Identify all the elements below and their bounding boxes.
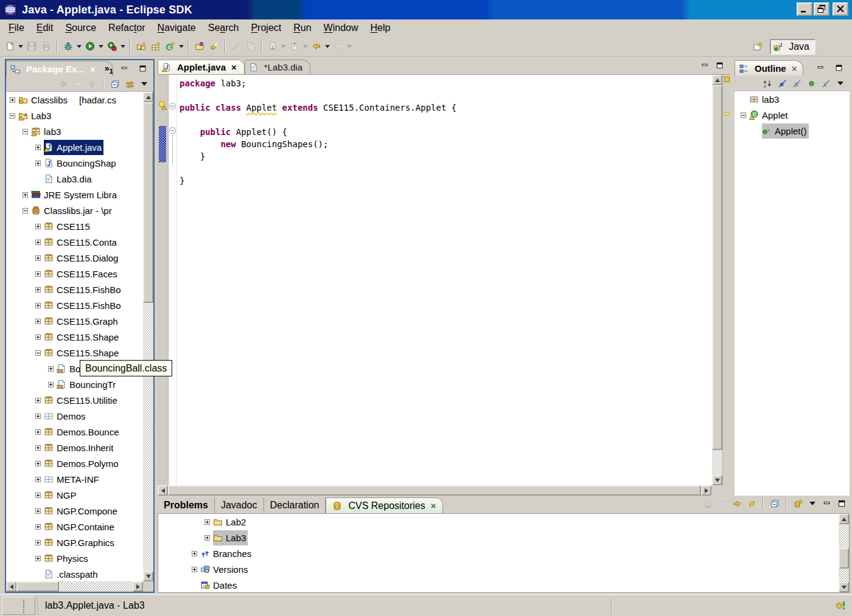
run-external-button[interactable] — [105, 39, 119, 54]
back-button[interactable] — [56, 78, 69, 90]
dropdown-arrow-icon[interactable] — [302, 39, 309, 54]
code-line[interactable]: public class Applet extends CSE115.Conta… — [180, 102, 712, 114]
tree-item[interactable]: 010BouncingTr — [6, 376, 143, 392]
tree-item[interactable]: Dates — [158, 577, 839, 592]
pencil-button[interactable] — [229, 39, 243, 54]
hide-local-button[interactable]: L — [819, 77, 833, 89]
tree-item[interactable]: Classlibs.jar - \pr — [6, 202, 143, 218]
dropdown-arrow-icon[interactable] — [119, 39, 127, 54]
print-button[interactable] — [39, 39, 54, 54]
expander-icon[interactable] — [35, 271, 41, 277]
tab-javadoc[interactable]: Javadoc — [215, 497, 264, 513]
expander-icon[interactable] — [35, 493, 41, 498]
link-editor-button[interactable] — [123, 78, 136, 90]
minimize-view-icon[interactable] — [814, 62, 828, 74]
scroll-down-button[interactable] — [712, 475, 722, 485]
expander-icon[interactable] — [192, 551, 197, 556]
prev-annotation-button[interactable] — [287, 39, 302, 54]
minimize-button[interactable] — [797, 2, 812, 16]
scroll-left-button[interactable] — [158, 485, 168, 496]
tree-item[interactable]: lab3 — [6, 123, 143, 139]
menu-project[interactable]: Project — [245, 21, 287, 35]
tree-item[interactable]: CSE115.Graph — [6, 313, 143, 329]
forward-button[interactable] — [331, 39, 346, 54]
fold-collapse-icon[interactable] — [169, 103, 176, 109]
code-line[interactable] — [180, 89, 712, 102]
tree-item[interactable]: Branches — [158, 545, 839, 561]
tree-item[interactable]: NGP.Containe — [6, 519, 143, 535]
tree-item[interactable]: Demos.Polymo — [6, 455, 143, 471]
tree-item[interactable]: CSE115.Conta — [6, 234, 143, 250]
scroll-thumb[interactable] — [168, 485, 701, 496]
menu-edit[interactable]: Edit — [30, 21, 60, 35]
editor-hscrollbar[interactable] — [158, 485, 711, 496]
tree-item[interactable]: CSE115.Dialog — [6, 250, 143, 266]
tree-item[interactable]: lab3 — [735, 91, 850, 107]
tree-item[interactable]: CSE115.FishBo — [6, 282, 143, 297]
expander-icon[interactable] — [35, 461, 41, 466]
package-explorer-tab[interactable]: Package Ex... × — [6, 61, 113, 77]
scroll-up-button[interactable] — [712, 75, 722, 85]
expander-icon[interactable] — [35, 524, 41, 530]
outline-tree[interactable]: lab3CAppletcApplet() — [735, 91, 850, 496]
progress-indicator-icon[interactable] — [835, 600, 846, 611]
expander-icon[interactable] — [35, 540, 41, 545]
tree-item[interactable]: CSE115.Shape — [6, 345, 143, 361]
scroll-thumb[interactable] — [839, 548, 849, 569]
java-perspective-button[interactable]: J Java — [770, 39, 815, 55]
tree-item[interactable]: .classpath — [6, 566, 143, 581]
tree-item[interactable]: CSE115.Utilitie — [6, 392, 143, 408]
forward-gold-button[interactable] — [730, 497, 744, 510]
code-line[interactable]: } — [180, 175, 712, 187]
run-button[interactable] — [83, 39, 97, 54]
new-wizard-button[interactable] — [2, 39, 17, 54]
editor-tab-lab3dia[interactable]: *Lab3.dia — [245, 60, 310, 74]
tree-item[interactable]: CSE115 — [6, 218, 143, 234]
tree-item[interactable]: Lab3.dia — [6, 171, 143, 187]
menu-navigate[interactable]: Navigate — [152, 21, 202, 35]
tree-item[interactable]: Physics — [6, 550, 143, 566]
hide-static-button[interactable]: S — [790, 77, 803, 89]
tree-item[interactable]: Lab2 — [158, 514, 839, 530]
debug-button[interactable] — [61, 39, 75, 54]
tree-item[interactable]: Demos.Bounce — [6, 424, 143, 440]
expander-icon[interactable] — [35, 255, 41, 261]
minimize-view-icon[interactable] — [118, 63, 131, 75]
new-package-button[interactable] — [148, 39, 163, 54]
maximize-view-icon[interactable] — [136, 63, 150, 75]
overview-warning-marker[interactable] — [724, 112, 730, 116]
up-nav-button[interactable] — [85, 78, 99, 90]
scroll-up-button[interactable] — [143, 92, 153, 102]
close-button[interactable] — [833, 2, 848, 16]
hide-fields-button[interactable] — [775, 77, 789, 89]
overview-warning-summary[interactable] — [724, 77, 730, 82]
more-views-indicator[interactable]: »1 — [105, 63, 113, 75]
open-type-button[interactable] — [192, 39, 207, 54]
expander-icon[interactable] — [204, 519, 210, 525]
tree-item[interactable]: cApplet() — [735, 123, 850, 139]
expander-icon[interactable] — [35, 303, 41, 308]
editor-maximize-icon[interactable] — [716, 61, 724, 70]
view-menu-icon[interactable] — [138, 78, 151, 90]
editor-tab-appletjava[interactable]: JApplet.java× — [158, 60, 245, 74]
editor-overview-ruler[interactable] — [722, 75, 730, 485]
next-annotation-button[interactable] — [265, 39, 280, 54]
tree-item[interactable]: CSE115.Shape — [6, 329, 143, 345]
dropdown-arrow-icon[interactable] — [346, 39, 353, 54]
refresh-button[interactable] — [745, 497, 758, 510]
menu-help[interactable]: Help — [365, 21, 397, 35]
editor-vscrollbar[interactable] — [712, 75, 722, 485]
tree-item[interactable]: Lab3 — [158, 530, 839, 545]
code-line[interactable]: } — [180, 150, 712, 162]
menu-window[interactable]: Window — [318, 21, 365, 35]
expander-icon[interactable] — [35, 240, 41, 245]
back-button[interactable] — [309, 39, 324, 54]
dropdown-arrow-icon[interactable] — [75, 39, 83, 54]
tab-close-icon[interactable]: × — [431, 500, 436, 511]
package-explorer-vscrollbar[interactable] — [143, 92, 153, 581]
package-explorer-hscrollbar[interactable] — [6, 581, 143, 592]
search-button[interactable] — [207, 39, 222, 54]
expander-icon[interactable] — [35, 508, 41, 514]
sort-alpha-button[interactable]: az — [761, 77, 774, 89]
tree-item[interactable]: META-INF — [6, 471, 143, 487]
